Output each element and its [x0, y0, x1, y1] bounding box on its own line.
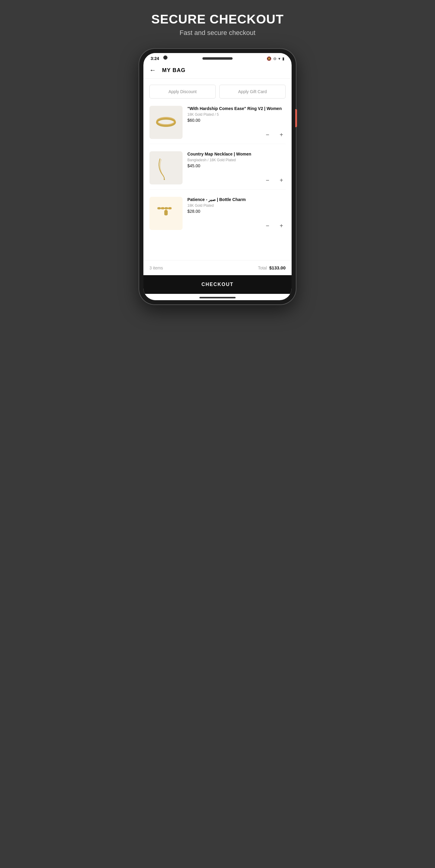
phone-frame: 3:24 🔕 ⊖ ▾ ▮ ← MY BAG Apply Discount App…	[139, 49, 296, 304]
qty-controls-charm: − +	[263, 221, 286, 230]
increase-qty-necklace[interactable]: +	[277, 176, 286, 184]
items-count: 3 items	[149, 266, 163, 270]
side-button	[295, 109, 297, 127]
item-name-ring: "With Hardship Comes Ease" Ring V2 | Wom…	[188, 106, 286, 111]
apply-gift-card-button[interactable]: Apply Gift Card	[219, 85, 286, 98]
item-variant-ring: 18K Gold Plated / 5	[188, 113, 286, 117]
home-indicator	[199, 297, 236, 299]
hero-subtitle: Fast and secure checkout	[179, 29, 256, 37]
item-details-ring: "With Hardship Comes Ease" Ring V2 | Wom…	[188, 106, 286, 129]
item-price-ring: $60.00	[188, 118, 286, 123]
wifi-icon: ▾	[278, 56, 280, 61]
hero-title: SECURE CHECKOUT	[151, 12, 284, 27]
checkout-button[interactable]: CHECKOUT	[143, 275, 292, 294]
item-name-charm: Patience - صبر | Bottle Charm	[188, 197, 286, 202]
item-price-charm: $28.00	[188, 209, 286, 214]
item-details-necklace: Country Map Necklace | Women Bangladesh …	[188, 151, 286, 174]
dnd-icon: ⊖	[273, 56, 276, 61]
item-name-necklace: Country Map Necklace | Women	[188, 151, 286, 157]
status-icons: 🔕 ⊖ ▾ ▮	[267, 56, 285, 61]
apply-discount-button[interactable]: Apply Discount	[149, 85, 216, 98]
status-time: 3:24	[150, 56, 159, 61]
increase-qty-ring[interactable]: +	[277, 130, 286, 139]
svg-rect-2	[158, 207, 161, 209]
item-variant-necklace: Bangladesh / 18K Gold Plated	[188, 158, 286, 162]
cart-item-necklace: Country Map Necklace | Women Bangladesh …	[149, 151, 286, 190]
total-amount: $133.00	[269, 265, 286, 270]
increase-qty-charm[interactable]: +	[277, 221, 286, 230]
svg-rect-4	[165, 207, 168, 209]
svg-rect-5	[168, 207, 171, 209]
decrease-qty-ring[interactable]: −	[263, 130, 272, 139]
vibrate-icon: 🔕	[267, 56, 271, 61]
qty-controls-ring: − +	[263, 130, 286, 139]
battery-icon: ▮	[282, 56, 285, 61]
item-image-charm	[149, 197, 182, 230]
total-label: Total	[258, 266, 267, 270]
cart-item-ring: "With Hardship Comes Ease" Ring V2 | Wom…	[149, 106, 286, 144]
phone-camera	[163, 56, 167, 60]
decrease-qty-charm[interactable]: −	[263, 221, 272, 230]
item-image-ring	[149, 106, 182, 139]
action-buttons-row: Apply Discount Apply Gift Card	[149, 85, 286, 98]
item-image-necklace	[149, 151, 182, 184]
item-details-charm: Patience - صبر | Bottle Charm 18K Gold P…	[188, 197, 286, 220]
svg-rect-10	[165, 210, 167, 211]
phone-screen: 3:24 🔕 ⊖ ▾ ▮ ← MY BAG Apply Discount App…	[143, 53, 292, 300]
cart-item-charm: Patience - صبر | Bottle Charm 18K Gold P…	[149, 197, 286, 235]
app-header: ← MY BAG	[143, 63, 292, 79]
decrease-qty-necklace[interactable]: −	[263, 176, 272, 184]
page-wrapper: SECURE CHECKOUT Fast and secure checkout…	[103, 12, 332, 304]
back-button[interactable]: ←	[149, 66, 156, 74]
cart-summary: 3 items Total $133.00	[143, 260, 292, 275]
qty-controls-necklace: − +	[263, 176, 286, 184]
item-price-necklace: $45.00	[188, 163, 286, 168]
total-section: Total $133.00	[258, 265, 286, 270]
content-area: Apply Discount Apply Gift Card "With Har…	[143, 79, 292, 260]
svg-rect-3	[161, 207, 164, 209]
item-variant-charm: 18K Gold Plated	[188, 204, 286, 208]
page-title: MY BAG	[162, 67, 186, 73]
